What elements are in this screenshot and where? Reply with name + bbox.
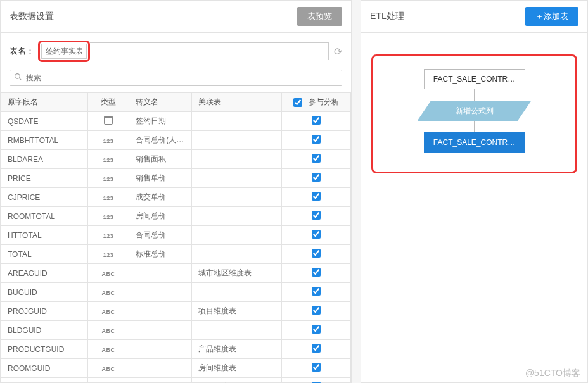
- cell-type[interactable]: ABC: [87, 378, 129, 384]
- cell-rel[interactable]: [191, 226, 281, 245]
- search-input[interactable]: [26, 73, 338, 82]
- cell-rel[interactable]: [191, 112, 281, 131]
- col-rel-header[interactable]: 关联表: [191, 93, 281, 112]
- cell-type[interactable]: ABC: [87, 302, 129, 321]
- flow-node-target[interactable]: FACT_SALE_CONTR…: [424, 132, 525, 153]
- cell-type[interactable]: ABC: [87, 340, 129, 359]
- add-table-button[interactable]: ＋添加表: [525, 7, 578, 26]
- flow-node-formula-label: 新增公式列: [456, 106, 494, 116]
- cell-type[interactable]: 123: [87, 207, 129, 226]
- table-name-input[interactable]: [41, 44, 87, 59]
- analyze-checkbox[interactable]: [312, 116, 321, 125]
- table-row[interactable]: CONTRACTGUIDABC合同维度表: [1, 378, 351, 384]
- analyze-checkbox[interactable]: [312, 192, 321, 201]
- cell-type[interactable]: 123: [87, 226, 129, 245]
- analyze-checkbox[interactable]: [312, 154, 321, 163]
- cell-type[interactable]: 123: [87, 245, 129, 264]
- col-fieldname-header[interactable]: 原字段名: [1, 93, 88, 112]
- analyze-all-checkbox[interactable]: [293, 98, 302, 107]
- cell-type[interactable]: ABC: [87, 321, 129, 340]
- cell-analyze: [281, 188, 350, 207]
- col-analyze-header[interactable]: 参与分析: [281, 93, 350, 112]
- analyze-checkbox[interactable]: [312, 230, 321, 239]
- cell-rel[interactable]: 产品维度表: [191, 340, 281, 359]
- analyze-checkbox[interactable]: [312, 363, 321, 372]
- cell-rel[interactable]: 房间维度表: [191, 359, 281, 378]
- cell-alias[interactable]: [129, 340, 191, 359]
- cell-rel[interactable]: 城市地区维度表: [191, 264, 281, 283]
- analyze-checkbox[interactable]: [312, 249, 321, 258]
- col-type-header[interactable]: 类型: [87, 93, 129, 112]
- analyze-checkbox[interactable]: [312, 287, 321, 296]
- cell-alias[interactable]: 合同总价: [129, 226, 191, 245]
- table-row[interactable]: ROOMTOTAL123房间总价: [1, 207, 351, 226]
- cell-fieldname: ROOMTOTAL: [1, 207, 88, 226]
- cell-rel[interactable]: [191, 150, 281, 169]
- table-name-input-extended[interactable]: [90, 42, 329, 60]
- table-row[interactable]: CJPRICE123成交单价: [1, 188, 351, 207]
- cell-alias[interactable]: [129, 321, 191, 340]
- analyze-checkbox[interactable]: [312, 325, 321, 334]
- cell-rel[interactable]: [191, 169, 281, 188]
- cell-rel[interactable]: [191, 188, 281, 207]
- table-row[interactable]: PRICE123销售单价: [1, 169, 351, 188]
- cell-alias[interactable]: 标准总价: [129, 245, 191, 264]
- cell-rel[interactable]: 合同维度表: [191, 378, 281, 384]
- table-row[interactable]: QSDATE签约日期: [1, 112, 351, 131]
- table-row[interactable]: ROOMGUIDABC房间维度表: [1, 359, 351, 378]
- cell-analyze: [281, 207, 350, 226]
- analyze-checkbox[interactable]: [312, 268, 321, 277]
- table-row[interactable]: TOTAL123标准总价: [1, 245, 351, 264]
- table-row[interactable]: BUGUIDABC: [1, 283, 351, 302]
- cell-alias[interactable]: [129, 264, 191, 283]
- analyze-checkbox[interactable]: [312, 211, 321, 220]
- table-row[interactable]: RMBHTTOTAL123合同总价(人…: [1, 131, 351, 150]
- type-badge: ABC: [101, 347, 115, 353]
- cell-alias[interactable]: [129, 302, 191, 321]
- table-row[interactable]: AREAGUIDABC城市地区维度表: [1, 264, 351, 283]
- cell-alias[interactable]: 销售面积: [129, 150, 191, 169]
- cell-type[interactable]: 123: [87, 188, 129, 207]
- cell-rel[interactable]: [191, 283, 281, 302]
- cell-type[interactable]: ABC: [87, 283, 129, 302]
- flow-node-formula[interactable]: 新增公式列: [418, 101, 532, 121]
- col-alias-header[interactable]: 转义名: [129, 93, 191, 112]
- cell-rel[interactable]: [191, 207, 281, 226]
- analyze-checkbox[interactable]: [312, 306, 321, 315]
- cell-type[interactable]: ABC: [87, 264, 129, 283]
- cell-rel[interactable]: [191, 245, 281, 264]
- table-row[interactable]: BLDAREA123销售面积: [1, 150, 351, 169]
- cell-rel[interactable]: 项目维度表: [191, 302, 281, 321]
- cell-type[interactable]: 123: [87, 131, 129, 150]
- table-data-settings-panel: 表数据设置 表预览 表名： ⟳ 原字段名 类型 转义名 关联表: [0, 0, 352, 383]
- cell-type[interactable]: [87, 112, 129, 131]
- flow-node-source[interactable]: FACT_SALE_CONTR…: [424, 69, 525, 89]
- cell-alias[interactable]: 合同总价(人…: [129, 131, 191, 150]
- cell-analyze: [281, 131, 350, 150]
- table-row[interactable]: HTTOTAL123合同总价: [1, 226, 351, 245]
- preview-button[interactable]: 表预览: [297, 7, 342, 26]
- refresh-icon[interactable]: ⟳: [334, 46, 342, 58]
- table-row[interactable]: PROJGUIDABC项目维度表: [1, 302, 351, 321]
- analyze-checkbox[interactable]: [312, 135, 321, 144]
- analyze-checkbox[interactable]: [312, 344, 321, 353]
- cell-alias[interactable]: 房间总价: [129, 207, 191, 226]
- cell-alias[interactable]: [129, 378, 191, 384]
- cell-alias[interactable]: [129, 359, 191, 378]
- cell-type[interactable]: 123: [87, 150, 129, 169]
- cell-type[interactable]: 123: [87, 169, 129, 188]
- analyze-checkbox[interactable]: [312, 173, 321, 182]
- table-row[interactable]: BLDGUIDABC: [1, 321, 351, 340]
- cell-rel[interactable]: [191, 131, 281, 150]
- cell-alias[interactable]: 签约日期: [129, 112, 191, 131]
- cell-rel[interactable]: [191, 321, 281, 340]
- search-box[interactable]: [10, 70, 342, 86]
- cell-alias[interactable]: [129, 283, 191, 302]
- type-badge: ABC: [101, 328, 115, 334]
- cell-alias[interactable]: 成交单价: [129, 188, 191, 207]
- right-panel-header: ETL处理 ＋添加表: [361, 1, 587, 33]
- cell-type[interactable]: ABC: [87, 359, 129, 378]
- cell-alias[interactable]: 销售单价: [129, 169, 191, 188]
- table-row[interactable]: PRODUCTGUIDABC产品维度表: [1, 340, 351, 359]
- type-badge: ABC: [101, 366, 115, 372]
